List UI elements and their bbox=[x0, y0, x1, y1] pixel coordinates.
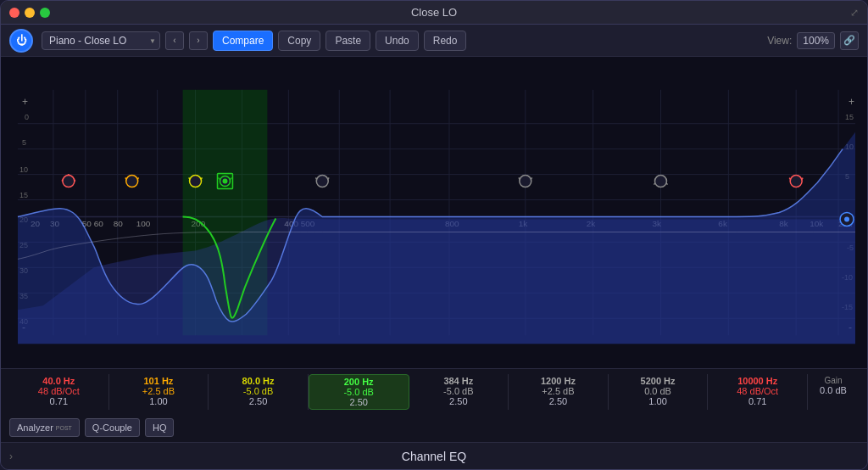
band-8-param[interactable]: 10000 Hz 48 dB/Oct 0.71 bbox=[708, 374, 808, 410]
svg-point-84 bbox=[790, 176, 802, 187]
minimize-button[interactable] bbox=[25, 8, 35, 18]
svg-text:5: 5 bbox=[22, 138, 26, 147]
band-6-gain: +2.5 dB bbox=[542, 386, 574, 396]
svg-text:15: 15 bbox=[845, 113, 854, 121]
band-params: 40.0 Hz 48 dB/Oct 0.71 101 Hz +2.5 dB 1.… bbox=[1, 369, 867, 415]
band-7-param[interactable]: 5200 Hz 0.0 dB 1.00 bbox=[609, 374, 709, 410]
band-2-q: 1.00 bbox=[149, 396, 167, 406]
paste-button[interactable]: Paste bbox=[326, 31, 370, 51]
bottom-toolbar: AnalyzerPOST Q-Couple HQ bbox=[1, 415, 867, 442]
band-7-freq: 5200 Hz bbox=[641, 376, 676, 386]
svg-text:+: + bbox=[22, 96, 28, 108]
svg-text:80: 80 bbox=[114, 219, 124, 228]
band-5-freq: 384 Hz bbox=[443, 376, 473, 386]
compare-button[interactable]: Compare bbox=[213, 31, 273, 51]
svg-point-70 bbox=[190, 176, 202, 187]
band-3-param[interactable]: 80.0 Hz -5.0 dB 2.50 bbox=[209, 374, 309, 410]
band-7-gain: 0.0 dB bbox=[644, 386, 671, 396]
power-button[interactable]: ⏻ bbox=[9, 29, 33, 53]
svg-text:+: + bbox=[849, 96, 854, 108]
band-5-param[interactable]: 384 Hz -5.0 dB 2.50 bbox=[409, 374, 509, 410]
gain-value: 0.0 dB bbox=[820, 385, 847, 395]
band-1-freq: 40.0 Hz bbox=[42, 376, 75, 386]
footer: › Channel EQ bbox=[1, 442, 867, 469]
svg-point-67 bbox=[126, 176, 138, 187]
maximize-button[interactable] bbox=[40, 8, 50, 18]
band-7-q: 1.00 bbox=[648, 396, 666, 406]
band-3-gain: -5.0 dB bbox=[243, 386, 273, 396]
main-window: Close LO ⤢ ⏻ Piano - Close LO ‹ › Compar… bbox=[0, 0, 868, 470]
band-4-q: 2.50 bbox=[349, 397, 367, 407]
expand-icon[interactable]: ⤢ bbox=[850, 7, 859, 19]
band-8-q: 0.71 bbox=[748, 396, 766, 406]
band-1-q: 0.71 bbox=[50, 396, 68, 406]
band-1-param[interactable]: 40.0 Hz 48 dB/Oct 0.71 bbox=[9, 374, 109, 410]
toolbar: ⏻ Piano - Close LO ‹ › Compare Copy Past… bbox=[1, 25, 867, 57]
band-6-param[interactable]: 1200 Hz +2.5 dB 2.50 bbox=[509, 374, 609, 410]
band-5-q: 2.50 bbox=[449, 396, 467, 406]
band-2-param[interactable]: 101 Hz +2.5 dB 1.00 bbox=[109, 374, 209, 410]
band-4-param[interactable]: 200 Hz -5.0 dB 2.50 bbox=[309, 374, 409, 410]
copy-button[interactable]: Copy bbox=[278, 31, 320, 51]
forward-button[interactable]: › bbox=[189, 31, 208, 50]
gain-label: Gain bbox=[824, 376, 842, 385]
redo-button[interactable]: Redo bbox=[424, 31, 467, 51]
analyzer-label: Analyzer bbox=[17, 422, 53, 433]
link-button[interactable]: 🔗 bbox=[840, 31, 859, 50]
traffic-lights bbox=[9, 8, 50, 18]
bottom-section: 40.0 Hz 48 dB/Oct 0.71 101 Hz +2.5 dB 1.… bbox=[1, 368, 867, 442]
svg-point-81 bbox=[520, 176, 531, 187]
band-6-q: 2.50 bbox=[549, 396, 567, 406]
view-label: View: bbox=[767, 35, 792, 47]
footer-title: Channel EQ bbox=[402, 450, 466, 463]
svg-point-86 bbox=[844, 216, 849, 221]
band-3-freq: 80.0 Hz bbox=[242, 376, 275, 386]
svg-point-83 bbox=[654, 176, 666, 187]
window-title: Close LO bbox=[411, 6, 457, 19]
band-4-gain: -5.0 dB bbox=[343, 387, 373, 397]
gain-section: Gain 0.0 dB bbox=[808, 374, 859, 410]
analyzer-post-label: POST bbox=[56, 425, 72, 431]
footer-arrow[interactable]: › bbox=[9, 450, 13, 462]
preset-selector[interactable]: Piano - Close LO bbox=[42, 31, 160, 50]
svg-point-64 bbox=[63, 176, 75, 187]
band-4-freq: 200 Hz bbox=[344, 377, 374, 387]
svg-text:0: 0 bbox=[25, 113, 29, 121]
band-8-gain: 48 dB/Oct bbox=[737, 386, 778, 396]
svg-point-75 bbox=[222, 179, 227, 184]
analyzer-button[interactable]: AnalyzerPOST bbox=[9, 418, 80, 437]
q-couple-label: Q-Couple bbox=[92, 422, 132, 433]
back-button[interactable]: ‹ bbox=[165, 31, 184, 50]
hq-button[interactable]: HQ bbox=[145, 418, 175, 437]
band-5-gain: -5.0 dB bbox=[443, 386, 473, 396]
band-8-freq: 10000 Hz bbox=[737, 376, 777, 386]
hq-label: HQ bbox=[153, 422, 167, 433]
svg-text:50 60: 50 60 bbox=[82, 219, 103, 228]
close-button[interactable] bbox=[9, 8, 19, 18]
band-1-gain: 48 dB/Oct bbox=[38, 386, 80, 396]
svg-text:15: 15 bbox=[19, 191, 28, 199]
undo-button[interactable]: Undo bbox=[376, 31, 419, 51]
eq-graph[interactable]: 20 30 50 60 80 100 200 400 500 800 1k 2k… bbox=[1, 57, 867, 368]
svg-point-78 bbox=[316, 176, 328, 187]
q-couple-button[interactable]: Q-Couple bbox=[85, 418, 140, 437]
preset-dropdown[interactable]: Piano - Close LO bbox=[42, 31, 160, 50]
band-3-q: 2.50 bbox=[249, 396, 267, 406]
svg-text:100: 100 bbox=[136, 219, 151, 228]
band-2-gain: +2.5 dB bbox=[142, 386, 175, 396]
eq-display[interactable]: 20 30 50 60 80 100 200 400 500 800 1k 2k… bbox=[1, 57, 867, 368]
svg-text:10: 10 bbox=[19, 165, 28, 174]
title-bar: Close LO ⤢ bbox=[1, 1, 867, 25]
view-value[interactable]: 100% bbox=[797, 32, 835, 49]
band-2-freq: 101 Hz bbox=[144, 376, 174, 386]
band-6-freq: 1200 Hz bbox=[541, 376, 576, 386]
